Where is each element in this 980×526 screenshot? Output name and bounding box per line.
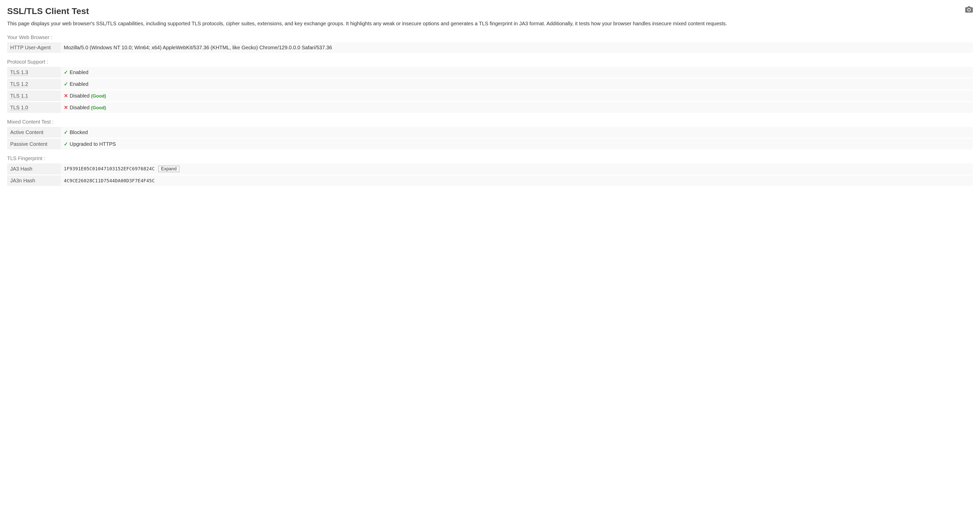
protocol-table: TLS 1.3 ✓Enabled TLS 1.2 ✓Enabled TLS 1.… xyxy=(7,67,973,113)
table-row: HTTP User-Agent Mozilla/5.0 (Windows NT … xyxy=(7,42,973,53)
table-row: Passive Content ✓Upgraded to HTTPS xyxy=(7,138,973,149)
status-note: (Good) xyxy=(91,94,106,99)
screenshot-icon[interactable] xyxy=(965,6,973,14)
row-label[interactable]: TLS 1.1 xyxy=(10,93,28,99)
row-label: HTTP User-Agent xyxy=(7,42,61,53)
table-row: JA3n Hash 4C9CE26028C11D7544DA00D3F7E4F4… xyxy=(7,175,973,186)
intro-text: This page displays your web browser's SS… xyxy=(7,20,973,27)
row-label[interactable]: TLS 1.3 xyxy=(10,69,28,75)
row-value: ✓Upgraded to HTTPS xyxy=(61,138,973,149)
row-label: Active Content xyxy=(7,127,61,138)
check-icon: ✓ xyxy=(64,129,68,135)
table-row: JA3 Hash 1F9391E05C01047103152EFC6976824… xyxy=(7,163,973,175)
check-icon: ✓ xyxy=(64,69,68,75)
cross-icon: ✕ xyxy=(64,93,68,99)
section-title-fingerprint: TLS Fingerprint : xyxy=(7,156,973,161)
expand-button[interactable]: Expand xyxy=(158,166,180,172)
row-value: ✕Disabled (Good) xyxy=(61,90,973,102)
fingerprint-table: JA3 Hash 1F9391E05C01047103152EFC6976824… xyxy=(7,163,973,186)
status-note: (Good) xyxy=(91,105,106,110)
hash-value: 4C9CE26028C11D7544DA00D3F7E4F45C xyxy=(64,178,155,183)
mixed-table: Active Content ✓Blocked Passive Content … xyxy=(7,127,973,149)
row-value: ✓Enabled xyxy=(61,67,973,78)
status-text: Blocked xyxy=(70,129,88,135)
status-text: Enabled xyxy=(70,69,88,75)
check-icon: ✓ xyxy=(64,81,68,87)
row-label: JA3n Hash xyxy=(7,175,61,186)
row-value: Mozilla/5.0 (Windows NT 10.0; Win64; x64… xyxy=(61,42,973,53)
row-label[interactable]: TLS 1.0 xyxy=(10,105,28,110)
status-text: Disabled xyxy=(70,105,89,110)
table-row: Active Content ✓Blocked xyxy=(7,127,973,138)
section-title-browser: Your Web Browser : xyxy=(7,35,973,40)
section-title-mixed: Mixed Content Test : xyxy=(7,119,973,125)
hash-value: 1F9391E05C01047103152EFC6976824C xyxy=(64,166,155,171)
row-label[interactable]: TLS 1.2 xyxy=(10,81,28,87)
page-title: SSL/TLS Client Test xyxy=(7,6,89,16)
row-value: ✕Disabled (Good) xyxy=(61,102,973,113)
cross-icon: ✕ xyxy=(64,105,68,110)
row-label: JA3 Hash xyxy=(7,163,61,175)
row-value: ✓Enabled xyxy=(61,78,973,90)
row-value: 4C9CE26028C11D7544DA00D3F7E4F45C xyxy=(61,175,973,186)
table-row: TLS 1.0 ✕Disabled (Good) xyxy=(7,102,973,113)
table-row: TLS 1.3 ✓Enabled xyxy=(7,67,973,78)
table-row: TLS 1.2 ✓Enabled xyxy=(7,78,973,90)
section-title-protocol: Protocol Support : xyxy=(7,59,973,65)
row-value: ✓Blocked xyxy=(61,127,973,138)
browser-table: HTTP User-Agent Mozilla/5.0 (Windows NT … xyxy=(7,42,973,53)
table-row: TLS 1.1 ✕Disabled (Good) xyxy=(7,90,973,102)
row-label: Passive Content xyxy=(7,138,61,149)
check-icon: ✓ xyxy=(64,141,68,147)
status-text: Disabled xyxy=(70,93,89,99)
status-text: Enabled xyxy=(70,81,88,87)
row-value: 1F9391E05C01047103152EFC6976824C Expand xyxy=(61,163,973,175)
status-text: Upgraded to HTTPS xyxy=(70,141,116,147)
